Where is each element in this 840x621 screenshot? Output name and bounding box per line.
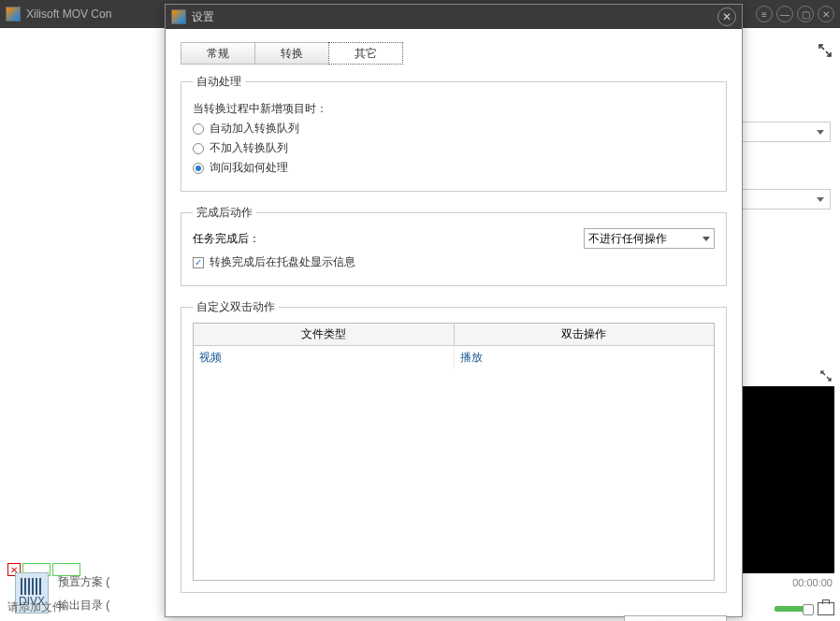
checkbox-icon — [193, 257, 204, 268]
chevron-down-icon — [702, 237, 710, 241]
expand-button[interactable] — [818, 43, 833, 61]
cell-type: 视频 — [194, 346, 455, 369]
preview-time: 00:00:00 — [792, 577, 833, 588]
radio-icon — [193, 143, 204, 154]
after-label: 任务完成后： — [193, 231, 260, 247]
app-logo-icon — [6, 7, 21, 22]
radio-row-ask[interactable]: 询问我如何处理 — [193, 160, 715, 176]
auto-prompt: 当转换过程中新增项目时： — [193, 101, 715, 117]
radio-icon — [193, 163, 204, 174]
settings-titlebar-icon[interactable]: ≡ — [756, 6, 773, 22]
tab-general[interactable]: 常规 — [181, 42, 255, 65]
tabs: 常规 转换 其它 — [181, 42, 727, 65]
preview-panel: 00:00:00 — [737, 386, 834, 573]
volume-slider[interactable] — [775, 606, 812, 612]
output-dir-label: 输出目录 ( — [58, 598, 109, 614]
cell-action: 播放 — [455, 346, 715, 369]
col-file-type: 文件类型 — [194, 324, 455, 346]
radio-label-2: 不加入转换队列 — [210, 140, 288, 156]
legend-dbl: 自定义双击动作 — [193, 299, 279, 315]
group-after-action: 完成后动作 任务完成后： 不进行任何操作 转换完成后在托盘处显示信息 — [181, 205, 727, 286]
dialog-logo-icon — [171, 9, 186, 24]
tray-checkbox-label: 转换完成后在托盘处显示信息 — [210, 254, 355, 270]
dialog-title: 设置 — [192, 9, 214, 25]
radio-row-no-add[interactable]: 不加入转换队列 — [193, 140, 715, 156]
col-dbl-action: 双击操作 — [455, 324, 715, 346]
radio-row-auto-add[interactable]: 自动加入转换队列 — [193, 121, 715, 137]
close-main-button[interactable]: ✕ — [818, 6, 834, 22]
minimize-button[interactable]: — — [776, 6, 793, 22]
select-value: 不进行任何操作 — [588, 231, 667, 247]
tab-other[interactable]: 其它 — [328, 42, 403, 65]
tab-convert[interactable]: 转换 — [254, 42, 329, 65]
snapshot-icon[interactable] — [818, 602, 834, 615]
main-title: Xilisoft MOV Con — [26, 7, 111, 21]
tray-checkbox-row[interactable]: 转换完成后在托盘处显示信息 — [193, 254, 715, 270]
radio-label-1: 自动加入转换队列 — [210, 121, 299, 137]
group-auto-process: 自动处理 当转换过程中新增项目时： 自动加入转换队列 不加入转换队列 询问我如何… — [181, 74, 727, 192]
restore-defaults-button[interactable]: 恢复默认设置 — [624, 615, 727, 621]
radio-icon — [193, 123, 204, 135]
after-action-select[interactable]: 不进行任何操作 — [584, 228, 715, 249]
dialog-titlebar: 设置 ✕ — [166, 5, 742, 29]
group-double-click: 自定义双击动作 文件类型 双击操作 视频 播放 — [181, 299, 727, 593]
settings-dialog: 设置 ✕ 常规 转换 其它 自动处理 当转换过程中新增项目时： 自动加入转换队列… — [165, 4, 743, 617]
dialog-close-button[interactable]: ✕ — [717, 7, 736, 26]
dbl-click-table: 文件类型 双击操作 视频 播放 — [193, 323, 715, 581]
preview-expand-icon[interactable] — [819, 369, 833, 385]
radio-label-3: 询问我如何处理 — [210, 160, 288, 176]
preset-label: 预置方案 ( — [58, 574, 109, 590]
play-controls — [775, 602, 834, 615]
legend-auto: 自动处理 — [193, 74, 245, 90]
status-text: 请添加文件 — [7, 599, 64, 615]
legend-after: 完成后动作 — [193, 205, 256, 221]
maximize-button[interactable]: ▢ — [797, 6, 814, 22]
table-row[interactable]: 视频 播放 — [194, 346, 714, 369]
